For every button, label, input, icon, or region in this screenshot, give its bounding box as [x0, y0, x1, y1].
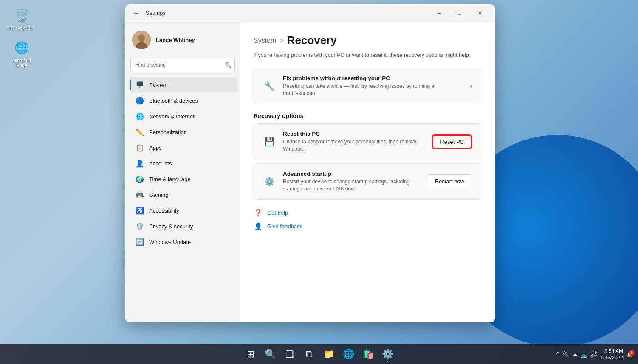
bluetooth-icon: 🔵 [136, 96, 144, 105]
reset-action: Reset PC [432, 134, 472, 149]
sidebar-item-apps[interactable]: 📋 Apps [129, 140, 237, 155]
taskbar-edge[interactable]: 🌐 [339, 345, 358, 364]
widgets-taskbar-icon: ⧉ [306, 349, 313, 360]
notification-badge: 1 [629, 350, 635, 356]
reset-title: Reset this PC [283, 131, 425, 137]
sidebar: Lance Whitney 🔍 🖥️ System 🔵 Bluetooth & … [125, 22, 240, 322]
time-icon: 🌍 [136, 175, 144, 183]
desktop-icon-recycle-bin[interactable]: 🗑️ Recycle Bin [7, 7, 37, 31]
sound-icon: 🔊 [590, 351, 597, 358]
breadcrumb-separator: > [279, 37, 283, 45]
display-icon: 📺 [580, 351, 587, 358]
user-profile[interactable]: Lance Whitney [125, 27, 240, 56]
reset-pc-card: 💾 Reset this PC Choose to keep or remove… [254, 123, 481, 160]
accessibility-label: Accessibility [149, 207, 179, 214]
taskbar-clock[interactable]: 8:54 AM 1/13/2022 [601, 348, 623, 361]
taskbar-explorer[interactable]: 📁 [319, 345, 338, 364]
advanced-title: Advanced startup [283, 171, 420, 177]
sidebar-item-time[interactable]: 🌍 Time & language [129, 171, 237, 187]
time-display: 8:54 AM [604, 348, 623, 354]
fix-icon: 🔧 [263, 79, 276, 93]
reset-desc: Choose to keep or remove your personal f… [283, 138, 425, 153]
taskbar: ⊞🔍❑⧉📁🌐🛍️⚙️ ^ 🔌 ☁ 📺 🔊 8:54 AM 1/13/2022 🔔… [0, 344, 638, 364]
breadcrumb-parent: System [254, 37, 276, 45]
store-taskbar-icon: 🛍️ [362, 349, 374, 360]
sidebar-item-privacy[interactable]: 🛡️ Privacy & security [129, 218, 237, 234]
search-input[interactable] [130, 58, 235, 72]
start-taskbar-icon: ⊞ [247, 349, 254, 360]
gaming-label: Gaming [149, 192, 169, 198]
sidebar-item-system[interactable]: 🖥️ System [129, 77, 237, 92]
sidebar-item-accounts[interactable]: 👤 Accounts [129, 156, 237, 171]
taskbar-search[interactable]: 🔍 [261, 345, 279, 364]
get-help-icon: ❓ [254, 208, 263, 218]
give-feedback-icon: 👤 [254, 222, 263, 231]
taskbar-settings[interactable]: ⚙️ [378, 345, 397, 364]
desktop-icon-microsoft-edge[interactable]: 🌐 Microsoft Edge [7, 39, 37, 68]
date-display: 1/13/2022 [601, 355, 623, 361]
reset-pc-button[interactable]: Reset PC [432, 134, 472, 149]
breadcrumb: System > Recovery [254, 34, 481, 47]
settings-body: Lance Whitney 🔍 🖥️ System 🔵 Bluetooth & … [125, 22, 495, 322]
explorer-taskbar-icon: 📁 [323, 349, 335, 360]
give-feedback-label: Give feedback [267, 223, 302, 230]
recycle-bin-icon: 🗑️ [13, 7, 30, 24]
give-feedback-link[interactable]: 👤 Give feedback [254, 222, 481, 231]
sidebar-item-network[interactable]: 🌐 Network & internet [129, 109, 237, 124]
svg-point-1 [138, 34, 145, 42]
chevron-right-icon: › [470, 82, 472, 90]
microsoft-edge-icon: 🌐 [13, 39, 30, 56]
windows-update-label: Windows Update [149, 239, 191, 245]
accounts-icon: 👤 [136, 159, 144, 168]
page-description: If you're having problems with your PC o… [254, 51, 481, 59]
desktop-icons-container: 🗑️ Recycle Bin 🌐 Microsoft Edge [7, 7, 37, 68]
taskbar-right: ^ 🔌 ☁ 📺 🔊 8:54 AM 1/13/2022 🔔 1 [556, 348, 633, 361]
maximize-button[interactable]: □ [450, 6, 469, 20]
avatar [132, 31, 151, 49]
usb-icon: 🔌 [562, 351, 569, 358]
back-button[interactable]: ← [130, 7, 142, 19]
taskbar-widgets[interactable]: ⧉ [300, 345, 319, 364]
title-bar: ← Settings ─ □ ✕ [125, 4, 495, 22]
network-label: Network & internet [149, 113, 195, 120]
personalization-label: Personalization [149, 129, 187, 135]
reset-icon: 💾 [263, 135, 276, 148]
taskbar-start[interactable]: ⊞ [241, 345, 260, 364]
network-cloud-icon: ☁ [572, 351, 578, 358]
taskbar-task-view[interactable]: ❑ [280, 345, 299, 364]
window-controls: ─ □ ✕ [429, 6, 490, 20]
sidebar-item-accessibility[interactable]: ♿ Accessibility [129, 203, 237, 218]
search-box: 🔍 [130, 58, 235, 72]
sidebar-item-personalization[interactable]: ✏️ Personalization [129, 124, 237, 140]
fix-title: Fix problems without resetting your PC [283, 75, 463, 81]
reset-content: Reset this PC Choose to keep or remove y… [283, 131, 425, 153]
bluetooth-label: Bluetooth & devices [149, 98, 198, 104]
windows-update-icon: 🔄 [136, 238, 144, 246]
system-label: System [149, 82, 167, 88]
settings-window: ← Settings ─ □ ✕ Lance Whitney [125, 4, 495, 322]
minimize-button[interactable]: ─ [429, 6, 449, 20]
taskbar-store[interactable]: 🛍️ [359, 345, 377, 364]
chevron-up-icon[interactable]: ^ [556, 351, 559, 358]
help-links: ❓ Get help 👤 Give feedback [254, 208, 481, 231]
recovery-section-title: Recovery options [254, 112, 481, 119]
restart-now-button[interactable]: Restart now [427, 174, 472, 188]
notification-bell[interactable]: 🔔 1 [627, 351, 633, 357]
settings-taskbar-icon: ⚙️ [382, 349, 393, 360]
close-button[interactable]: ✕ [470, 6, 490, 20]
fix-desc: Resetting can take a while — first, try … [283, 83, 463, 97]
taskbar-sys-icons: ^ 🔌 ☁ 📺 🔊 [556, 351, 597, 358]
task-view-taskbar-icon: ❑ [285, 349, 294, 360]
fix-problems-card[interactable]: 🔧 Fix problems without resetting your PC… [254, 68, 481, 104]
sidebar-item-gaming[interactable]: 🎮 Gaming [129, 187, 237, 202]
time-label: Time & language [149, 176, 191, 182]
sidebar-item-windows-update[interactable]: 🔄 Windows Update [129, 234, 237, 249]
search-taskbar-icon: 🔍 [265, 349, 276, 360]
advanced-desc: Restart your device to change startup se… [283, 178, 420, 193]
taskbar-icons: ⊞🔍❑⧉📁🌐🛍️⚙️ [241, 345, 397, 364]
breadcrumb-current: Recovery [287, 34, 337, 47]
get-help-link[interactable]: ❓ Get help [254, 208, 481, 218]
privacy-label: Privacy & security [149, 223, 193, 230]
sidebar-item-bluetooth[interactable]: 🔵 Bluetooth & devices [129, 93, 237, 108]
apps-icon: 📋 [136, 143, 144, 152]
